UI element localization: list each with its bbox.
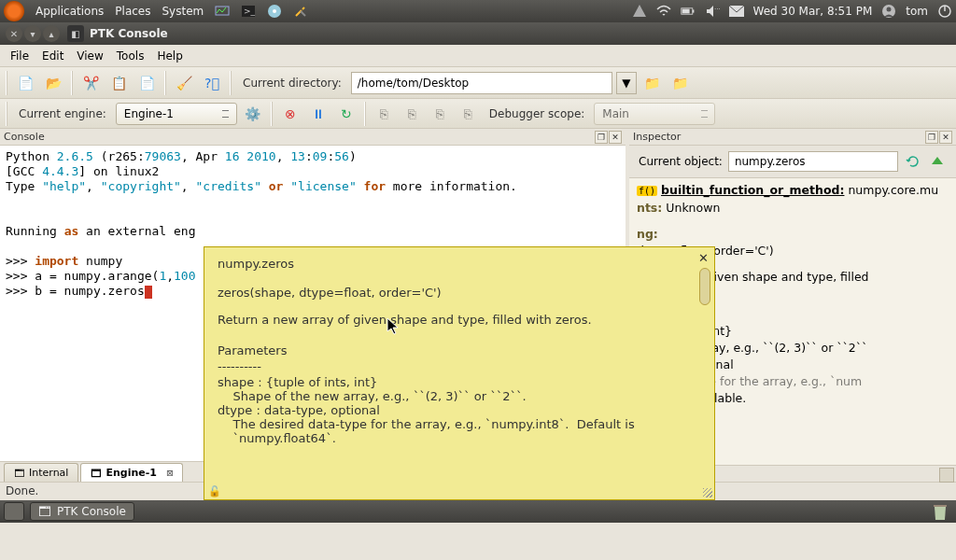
browse-button[interactable]: 📁 (640, 71, 665, 95)
inspector-object-label: Current object: (639, 155, 723, 168)
menu-file[interactable]: File (4, 48, 35, 64)
inspector-object-input[interactable]: numpy.zeros (728, 151, 898, 172)
function-icon: f() (637, 186, 657, 196)
doc-tooltip: ✕ numpy.zeros zeros(shape, dtype=float, … (204, 246, 715, 500)
minimize-button[interactable]: ▾ (24, 25, 41, 42)
menu-help[interactable]: Help (150, 48, 189, 64)
close-button[interactable]: ✕ (6, 25, 22, 42)
tooltip-rule: ---------- (218, 359, 701, 373)
console-maximize-button[interactable]: ❐ (595, 131, 608, 144)
parent-dir-button[interactable]: 📁 (668, 71, 693, 95)
stop-button[interactable]: ⊗ (278, 102, 302, 126)
tooltip-section-heading: Parameters (218, 343, 701, 357)
up-button[interactable] (928, 152, 947, 171)
inspector-pane-header: Inspector ❐ ✕ (629, 129, 956, 146)
tab-engine-1[interactable]: 🗔Engine-1⊠ (80, 463, 183, 482)
cut-button[interactable]: ✂️ (78, 71, 103, 95)
bottom-taskbar: 🗔PTK Console (0, 500, 956, 523)
help-button[interactable]: ?⃝ (200, 71, 224, 95)
menu-view[interactable]: View (70, 48, 109, 64)
svg-text:>_: >_ (244, 7, 256, 16)
wifi-icon[interactable] (656, 4, 671, 19)
disc-icon[interactable] (267, 4, 282, 19)
menu-applications[interactable]: Applications (35, 5, 104, 18)
show-desktop-button[interactable] (4, 502, 24, 521)
tooltip-resize-handle[interactable] (703, 488, 712, 497)
tooltip-scrollbar[interactable] (699, 268, 712, 473)
new-button[interactable]: 📄 (13, 71, 37, 95)
monitor-icon[interactable] (215, 4, 230, 19)
inspector-close-button[interactable]: ✕ (939, 131, 952, 144)
paste-button[interactable]: 📄 (134, 71, 159, 95)
window-titlebar[interactable]: ✕ ▾ ▴ ◧ PTK Console (0, 22, 956, 45)
system-top-bar: Applications Places System >_ ··· Wed 30… (0, 0, 956, 22)
inspector-maximize-button[interactable]: ❐ (925, 131, 938, 144)
menubar: File Edit View Tools Help (0, 45, 956, 67)
toolbar-engine: Current engine: Engine-1 ⚙️ ⊗ ⏸ ↻ ⎘ ⎘ ⎘ … (0, 99, 956, 129)
svg-rect-7 (682, 9, 689, 14)
tooltip-title: numpy.zeros (218, 257, 701, 271)
svg-point-11 (887, 7, 892, 12)
tooltip-description: Return a new array of given shape and ty… (218, 313, 701, 327)
toolbar-main: 📄 📂 ✂️ 📋 📄 🧹 ?⃝ Current directory: /home… (0, 67, 956, 99)
engine-combo[interactable]: Engine-1 (116, 103, 237, 125)
tooltip-signature: zeros(shape, dtype=float, order='C') (218, 286, 701, 300)
clock[interactable]: Wed 30 Mar, 8:51 PM (753, 5, 873, 18)
tooltip-close-button[interactable]: ✕ (698, 251, 709, 265)
window-title: PTK Console (90, 27, 168, 40)
battery-icon[interactable] (681, 4, 696, 19)
engine-settings-button[interactable]: ⚙️ (241, 102, 265, 126)
debug-out-button[interactable]: ⎘ (428, 102, 452, 126)
scope-combo[interactable]: Main (594, 103, 715, 125)
tab-internal[interactable]: 🗔Internal (4, 463, 78, 482)
maximize-button[interactable]: ▴ (43, 25, 60, 42)
debug-over-button[interactable]: ⎘ (400, 102, 424, 126)
svg-rect-14 (934, 505, 947, 507)
tab-icon: 🗔 (14, 468, 25, 479)
user-icon (881, 4, 896, 19)
menu-system[interactable]: System (162, 5, 204, 18)
volume-icon[interactable]: ··· (705, 4, 720, 19)
directory-dropdown[interactable]: ▼ (616, 72, 637, 94)
taskbar-ptk-button[interactable]: 🗔PTK Console (30, 502, 134, 521)
run-button[interactable]: ↻ (334, 102, 358, 126)
menu-edit[interactable]: Edit (35, 48, 70, 64)
dir-label: Current directory: (237, 77, 347, 90)
open-button[interactable]: 📂 (41, 71, 65, 95)
app-icon: ◧ (67, 25, 84, 42)
ubuntu-launcher-icon[interactable] (4, 1, 24, 21)
cursor-block (145, 286, 152, 299)
power-icon[interactable] (937, 4, 952, 19)
debug-step-button[interactable]: ⎘ (372, 102, 396, 126)
tab-close-icon[interactable]: ⊠ (166, 469, 174, 478)
menu-places[interactable]: Places (115, 5, 150, 18)
svg-rect-6 (692, 9, 694, 12)
tooltip-body: shape : {tuple of ints, int} Shape of th… (218, 375, 701, 445)
svg-rect-0 (216, 7, 229, 15)
svg-text:···: ··· (714, 6, 720, 13)
copy-button[interactable]: 📋 (106, 71, 131, 95)
tooltip-lock-icon[interactable]: 🔓 (208, 485, 221, 497)
terminal-icon[interactable]: >_ (241, 4, 256, 19)
directory-input[interactable]: /home/tom/Desktop (351, 72, 612, 94)
app-icon: 🗔 (38, 505, 51, 518)
engine-label: Current engine: (13, 107, 112, 120)
clear-button[interactable]: 🧹 (172, 71, 196, 95)
debug-continue-button[interactable]: ⎘ (456, 102, 480, 126)
tab-icon: 🗔 (91, 468, 102, 479)
svg-point-4 (273, 9, 276, 13)
updates-icon[interactable] (632, 4, 647, 19)
menu-tools[interactable]: Tools (110, 48, 151, 64)
user-name[interactable]: tom (906, 5, 928, 18)
pause-button[interactable]: ⏸ (306, 102, 330, 126)
mail-icon[interactable] (729, 4, 744, 19)
console-pane-header: Console ❐ ✕ (0, 129, 626, 146)
tools-icon[interactable] (293, 4, 308, 19)
trash-icon[interactable] (928, 501, 952, 522)
console-close-button[interactable]: ✕ (609, 131, 622, 144)
scope-label: Debugger scope: (484, 107, 590, 120)
refresh-button[interactable] (904, 152, 922, 171)
